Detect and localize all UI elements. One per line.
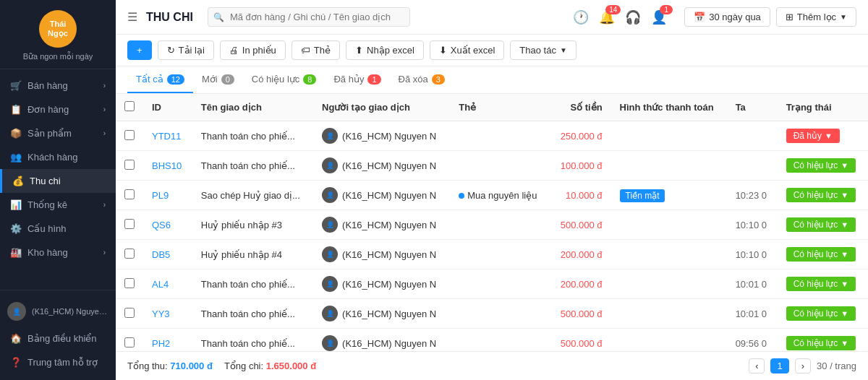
row-checkbox[interactable] xyxy=(124,189,135,199)
sidebar-item-thong-ke[interactable]: 📊 Thống kê › xyxy=(0,193,116,217)
clock-icon-btn[interactable]: 🕐 xyxy=(573,9,589,25)
id-link[interactable]: DB5 xyxy=(152,249,170,260)
creator-name: (K16_HCM) Nguyen N xyxy=(342,220,436,230)
sidebar-item-san-pham[interactable]: 📦 Sản phẩm › xyxy=(0,121,116,145)
col-trang-thai: Trạng thái xyxy=(778,94,868,121)
id-link[interactable]: BHS10 xyxy=(152,160,182,171)
status-badge[interactable]: Có hiệu lực ▼ xyxy=(786,306,856,321)
khach-hang-icon: 👥 xyxy=(10,152,22,163)
tab-đã-xóa[interactable]: Đã xóa 3 xyxy=(390,66,454,93)
the-button[interactable]: 🏷 Thẻ xyxy=(292,40,340,60)
creator-name: (K16_HCM) Nguyen N xyxy=(342,190,436,201)
add-button[interactable]: + xyxy=(127,40,152,60)
table-header-row: ID Tên giao dịch Người tạo giao dịch Thẻ… xyxy=(116,94,868,121)
tab-mới[interactable]: Mới 0 xyxy=(193,66,243,93)
col-id: ID xyxy=(143,94,192,121)
sidebar-item-dashboard[interactable]: 🏠 Bảng điều khiển xyxy=(0,327,116,350)
id-link[interactable]: PH2 xyxy=(152,338,170,349)
row-ta: 10:23 0 xyxy=(727,181,778,210)
xuat-excel-button[interactable]: ⬇ Xuất excel xyxy=(430,40,504,60)
id-link[interactable]: YTD11 xyxy=(152,131,181,142)
row-checkbox[interactable] xyxy=(124,308,135,318)
toolbar: + ↻ Tải lại 🖨 In phiếu 🏷 Thẻ ⬆ Nhập exce… xyxy=(116,35,868,66)
tab-đã-hủy[interactable]: Đã hủy 1 xyxy=(325,66,389,93)
tab-tất-cả[interactable]: Tất cả 12 xyxy=(127,66,193,93)
tab-count: 3 xyxy=(432,74,445,85)
row-checkbox[interactable] xyxy=(124,278,135,288)
row-trang-thai: Có hiệu lực ▼ xyxy=(778,181,868,210)
status-badge[interactable]: Có hiệu lực ▼ xyxy=(786,188,856,202)
row-so-tien: 500.000 đ xyxy=(550,299,611,329)
sidebar-item-thu-chi[interactable]: 💰 Thu chi xyxy=(0,169,116,193)
tab-label: Có hiệu lực xyxy=(252,74,300,85)
status-badge[interactable]: Có hiệu lực ▼ xyxy=(786,217,856,232)
status-chevron: ▼ xyxy=(841,220,848,229)
id-link[interactable]: AL4 xyxy=(152,279,169,290)
status-badge[interactable]: Có hiệu lực ▼ xyxy=(786,158,856,173)
tab-count: 0 xyxy=(221,74,234,85)
id-link[interactable]: PL9 xyxy=(152,190,169,201)
row-checkbox[interactable] xyxy=(124,160,135,170)
chevron-icon: › xyxy=(103,249,106,256)
sidebar-item-kho-hang[interactable]: 🏭 Kho hàng › xyxy=(0,241,116,264)
id-link[interactable]: YY3 xyxy=(152,308,170,319)
row-so-tien: 200.000 đ xyxy=(550,240,611,269)
tab-label: Tất cả xyxy=(136,74,163,85)
tong-thu-value: 710.000 đ xyxy=(170,360,213,371)
prev-page-btn[interactable]: ‹ xyxy=(749,358,765,373)
row-ten-gd: Huỷ phiếu nhập #4 xyxy=(192,240,313,269)
logo-text: Thái Ngọc xyxy=(39,20,77,38)
filter-btn[interactable]: ⊞ Thêm lọc ▼ xyxy=(776,7,856,27)
row-checkbox[interactable] xyxy=(124,337,135,347)
row-checkbox[interactable] xyxy=(124,219,135,229)
date-range-btn[interactable]: 📅 30 ngày qua xyxy=(684,7,770,27)
status-badge[interactable]: Có hiệu lực ▼ xyxy=(786,336,856,350)
row-so-tien: 10.000 đ xyxy=(550,181,611,210)
row-checkbox-cell xyxy=(116,269,143,299)
sidebar-logo: Thái Ngọc Bữa ngon mỗi ngày xyxy=(0,0,116,69)
status-badge[interactable]: Đã hủy ▼ xyxy=(786,129,840,143)
row-the xyxy=(450,269,549,299)
menu-icon[interactable]: ☰ xyxy=(127,10,137,24)
in-phieu-button[interactable]: 🖨 In phiếu xyxy=(220,40,286,60)
sidebar-item-khach-hang[interactable]: 👥 Khách hàng xyxy=(0,145,116,169)
user-icon-btn[interactable]: 👤 1 xyxy=(651,9,667,25)
select-all-checkbox[interactable] xyxy=(124,101,135,111)
table-wrap: ID Tên giao dịch Người tạo giao dịch Thẻ… xyxy=(116,94,868,351)
sidebar-item-don-hang[interactable]: 📋 Đơn hàng › xyxy=(0,98,116,121)
tong-thu-label: Tổng thu: 710.000 đ xyxy=(127,360,213,371)
notification-icon-btn[interactable]: 🔔 14 xyxy=(599,9,615,25)
row-the: Mua nguyên liệu xyxy=(450,181,549,210)
row-checkbox[interactable] xyxy=(124,130,135,140)
footer: Tổng thu: 710.000 đ Tổng chi: 1.650.000 … xyxy=(116,351,868,380)
row-so-tien: 200.000 đ xyxy=(550,269,611,299)
kho-hang-icon: 🏭 xyxy=(10,247,22,258)
row-ta xyxy=(727,151,778,181)
col-the: Thẻ xyxy=(450,94,549,121)
row-ta: 10:10 0 xyxy=(727,210,778,240)
thao-tac-button[interactable]: Thao tác ▼ xyxy=(510,40,576,60)
sidebar-item-support[interactable]: ❓ Trung tâm hỗ trợ xyxy=(0,350,116,374)
next-page-btn[interactable]: › xyxy=(795,358,811,373)
col-so-tien: Số tiền xyxy=(550,94,611,121)
nhap-excel-button[interactable]: ⬆ Nhập excel xyxy=(346,40,424,60)
table-row: BHS10 Thanh toán cho phiế... 👤 (K16_HCM)… xyxy=(116,151,868,181)
tabs: Tất cả 12 Mới 0 Có hiệu lực 8 Đã hủy 1 Đ… xyxy=(116,66,868,94)
row-nguoi-tao: 👤 (K16_HCM) Nguyen N xyxy=(313,121,450,151)
the-label: Thẻ xyxy=(314,45,331,56)
sidebar-item-cau-hinh[interactable]: ⚙️ Cấu hình xyxy=(0,217,116,241)
sidebar-item-ban-hang[interactable]: 🛒 Bán hàng › xyxy=(0,74,116,98)
id-link[interactable]: QS6 xyxy=(152,220,171,230)
row-trang-thai: Có hiệu lực ▼ xyxy=(778,210,868,240)
tai-lai-button[interactable]: ↻ Tải lại xyxy=(158,40,214,60)
status-badge[interactable]: Có hiệu lực ▼ xyxy=(786,277,856,291)
row-checkbox[interactable] xyxy=(124,249,135,259)
status-badge[interactable]: Có hiệu lực ▼ xyxy=(786,247,856,262)
logo-circle: Thái Ngọc xyxy=(39,10,77,48)
amount-value: 500.000 đ xyxy=(561,220,603,230)
headphone-icon-btn[interactable]: 🎧 xyxy=(625,9,641,25)
amount-value: 100.000 đ xyxy=(561,160,603,171)
don-hang-label: Đơn hàng xyxy=(27,104,69,115)
tab-có-hiệu-lực[interactable]: Có hiệu lực 8 xyxy=(243,66,326,93)
search-input[interactable] xyxy=(208,7,410,27)
